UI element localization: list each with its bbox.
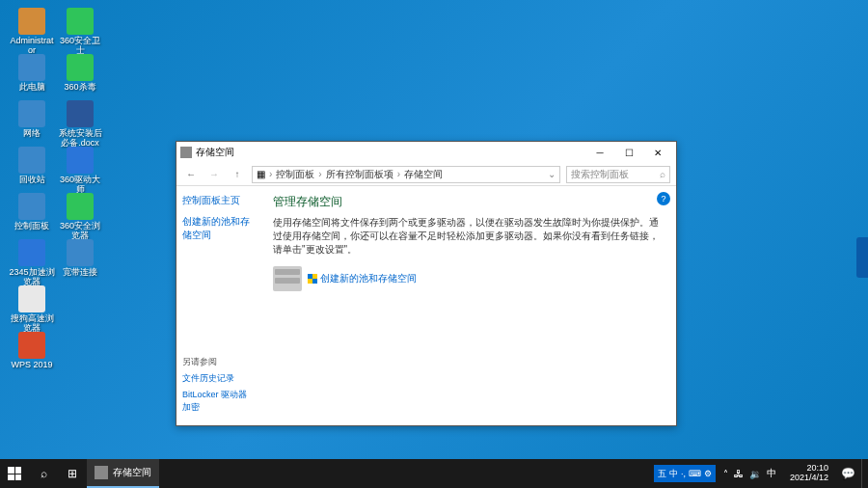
app-icon [67, 100, 94, 127]
ime-punct-icon: ·, [681, 469, 686, 478]
app-icon [18, 8, 45, 35]
breadcrumb-icon: ▦ [257, 169, 265, 179]
ime-keyboard-icon: ⌨ [689, 469, 701, 478]
page-title: 管理存储空间 [273, 194, 665, 210]
uac-shield-icon [308, 274, 317, 284]
icon-label: WPS 2019 [8, 361, 56, 370]
sidebar-link-history[interactable]: 文件历史记录 [182, 372, 256, 385]
desktop-icon[interactable]: 网络 [8, 100, 56, 139]
breadcrumb-item[interactable]: 所有控制面板项 [326, 168, 393, 181]
taskbar-clock[interactable]: 20:10 2021/4/12 [784, 464, 834, 483]
icon-label: 宽带连接 [56, 268, 104, 278]
help-icon[interactable]: ? [657, 192, 670, 205]
desktop-icon[interactable]: 360驱动大师 [56, 147, 104, 195]
chevron-down-icon[interactable]: ⌄ [548, 169, 556, 179]
forward-button[interactable]: → [205, 166, 223, 183]
control-panel-window: 存储空间 ─ ☐ ✕ ← → ↑ ▦ › 控制面板 › 所有控制面板项 › 存储… [176, 141, 677, 426]
desktop-icon[interactable]: 此电脑 [8, 54, 56, 93]
desktop-icon[interactable]: 2345加速浏览器 [8, 239, 56, 287]
desktop-icon[interactable]: Administrator [8, 8, 56, 56]
sidebar-create-link[interactable]: 创建新的池和存储空间 [182, 215, 256, 242]
ime-strip[interactable]: 五 中 ·, ⌨ ⚙ [654, 465, 716, 482]
see-also-header: 另请参阅 [182, 356, 256, 368]
ime-icon: 五 [658, 468, 666, 480]
app-icon [67, 147, 94, 174]
icon-label: 360安全卫士 [56, 37, 104, 56]
icon-label: 系统安装后必备.docx [56, 129, 104, 149]
content: 控制面板主页 创建新的池和存储空间 另请参阅 文件历史记录 BitLocker … [176, 186, 676, 425]
app-icon [18, 239, 45, 266]
chevron-right-icon: › [269, 169, 272, 179]
ime-settings-icon: ⚙ [704, 469, 712, 478]
app-icon [18, 332, 45, 359]
icon-label: 360驱动大师 [56, 176, 104, 195]
back-button[interactable]: ← [182, 166, 200, 183]
icon-label: 360杀毒 [56, 83, 104, 93]
icon-label: 回收站 [8, 176, 56, 185]
drives-icon [273, 266, 302, 291]
search-button[interactable]: ⌕ [29, 459, 58, 488]
app-icon [18, 285, 45, 312]
app-icon [18, 147, 45, 174]
network-icon[interactable]: 🖧 [734, 469, 744, 479]
taskbar: ⌕ ⊞ 存储空间 五 中 ·, ⌨ ⚙ ˄ 🖧 🔉 中 20:10 2021/4… [0, 459, 868, 488]
app-icon [67, 8, 94, 35]
volume-icon[interactable]: 🔉 [749, 469, 761, 479]
chevron-right-icon: › [318, 169, 321, 179]
taskbar-app-label: 存储空间 [113, 466, 151, 479]
desktop-icon[interactable]: 360杀毒 [56, 54, 104, 93]
sidebar-footer: 另请参阅 文件历史记录 BitLocker 驱动器加密 [182, 356, 256, 418]
sidebar: 控制面板主页 创建新的池和存储空间 另请参阅 文件历史记录 BitLocker … [176, 186, 261, 425]
window-icon [180, 147, 192, 158]
side-float-badge[interactable] [856, 237, 868, 278]
icon-label: 网络 [8, 129, 56, 139]
maximize-button[interactable]: ☐ [614, 143, 643, 162]
minimize-button[interactable]: ─ [585, 143, 614, 162]
desktop-icon[interactable]: 回收站 [8, 147, 56, 185]
app-icon [67, 54, 94, 81]
search-icon: ⌕ [660, 169, 665, 179]
tray-overflow-icon[interactable]: ˄ [723, 469, 728, 479]
app-icon [18, 100, 45, 127]
sidebar-link-bitlocker[interactable]: BitLocker 驱动器加密 [182, 389, 256, 414]
breadcrumb-item[interactable]: 存储空间 [404, 168, 443, 181]
icon-label: 控制面板 [8, 222, 56, 231]
app-icon [18, 193, 45, 220]
icon-label: 360安全浏览器 [56, 222, 104, 241]
search-input[interactable]: 搜索控制面板 ⌕ [566, 166, 670, 183]
up-button[interactable]: ↑ [229, 166, 246, 183]
ime-lang: 中 [669, 468, 678, 480]
desktop-icon[interactable]: 宽带连接 [56, 239, 104, 278]
icon-label: 此电脑 [8, 83, 56, 93]
app-icon [67, 239, 94, 266]
nav-bar: ← → ↑ ▦ › 控制面板 › 所有控制面板项 › 存储空间 ⌄ 搜索控制面板… [176, 163, 676, 186]
window-controls: ─ ☐ ✕ [585, 143, 672, 162]
desktop-icon[interactable]: WPS 2019 [8, 332, 56, 370]
icon-label: 2345加速浏览器 [8, 268, 56, 287]
breadcrumb-item[interactable]: 控制面板 [276, 168, 314, 181]
breadcrumb[interactable]: ▦ › 控制面板 › 所有控制面板项 › 存储空间 ⌄ [252, 166, 560, 183]
system-tray: 五 中 ·, ⌨ ⚙ ˄ 🖧 🔉 中 20:10 2021/4/12 💬 [654, 459, 868, 488]
desktop-icon[interactable]: 360安全卫士 [56, 8, 104, 56]
desktop-icon[interactable]: 搜狗高速浏览器 [8, 285, 56, 334]
ime-indicator[interactable]: 中 [767, 467, 776, 480]
taskbar-app-storage[interactable]: 存储空间 [87, 459, 159, 488]
icon-label: Administrator [8, 37, 56, 56]
chevron-right-icon: › [397, 169, 400, 179]
desktop-icon[interactable]: 控制面板 [8, 193, 56, 231]
task-view-button[interactable]: ⊞ [58, 459, 87, 488]
show-desktop-button[interactable] [861, 459, 866, 488]
sidebar-home-link[interactable]: 控制面板主页 [182, 194, 256, 207]
search-placeholder: 搜索控制面板 [571, 168, 629, 181]
action-center-button[interactable]: 💬 [838, 459, 857, 488]
desktop-icon[interactable]: 360安全浏览器 [56, 193, 104, 241]
create-pool-link[interactable]: 创建新的池和存储空间 [308, 272, 417, 285]
clock-date: 2021/4/12 [790, 474, 828, 483]
create-pool-label: 创建新的池和存储空间 [320, 272, 417, 285]
start-button[interactable] [0, 459, 29, 488]
desktop-icon[interactable]: 系统安装后必备.docx [56, 100, 104, 149]
windows-icon [8, 467, 21, 480]
page-description: 使用存储空间将文件保存到两个或更多驱动器，以便在驱动器发生故障时为你提供保护。通… [273, 216, 665, 257]
titlebar: 存储空间 ─ ☐ ✕ [176, 142, 676, 163]
close-button[interactable]: ✕ [643, 143, 672, 162]
